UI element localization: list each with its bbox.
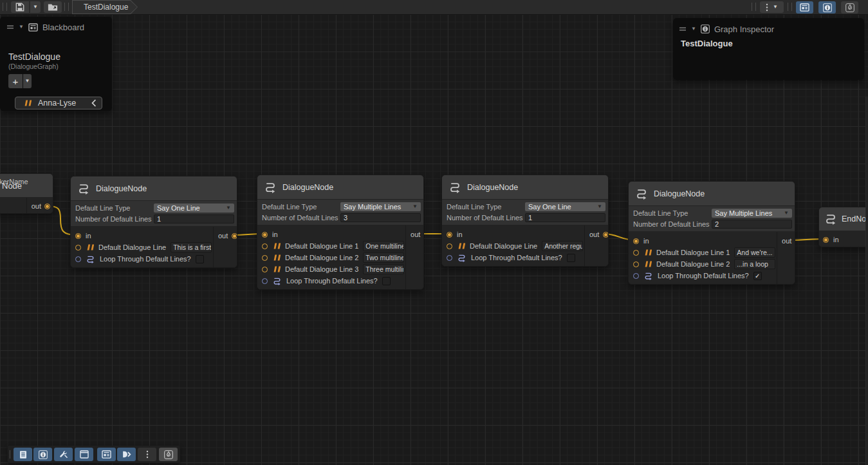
loop-port[interactable]	[447, 255, 452, 261]
prop-label: Number of Default Lines	[75, 215, 154, 223]
play-transition-icon	[122, 450, 131, 459]
blackboard-graph-name: TestDialogue	[8, 52, 60, 62]
tools-panel-button[interactable]	[54, 448, 73, 461]
blackboard-panel[interactable]: ▼ Blackboard TestDialogue (DialogueGraph…	[0, 17, 112, 111]
dialogue-node-2[interactable]: DialogueNode Default Line Type Say Multi…	[257, 175, 424, 290]
dialogue-node-icon	[448, 182, 461, 193]
line-port[interactable]	[262, 243, 268, 249]
foldout-arrow-icon[interactable]: ▼	[691, 26, 696, 32]
in-port[interactable]	[447, 232, 452, 238]
loop-checkbox[interactable]	[567, 254, 575, 262]
collapse-chevron-icon[interactable]	[91, 99, 97, 107]
out-port[interactable]	[44, 204, 50, 209]
field-value: 2	[715, 220, 719, 228]
foldout-arrow-icon[interactable]: ▼	[19, 24, 24, 30]
toolbar-grip[interactable]	[3, 3, 7, 11]
line-port[interactable]	[262, 267, 268, 272]
dialogue-node-1[interactable]: DialogueNode Default Line Type Say One L…	[70, 176, 237, 268]
info-icon	[701, 24, 710, 33]
loop-port[interactable]	[633, 273, 639, 279]
line-text-field[interactable]: This is a first	[171, 242, 212, 252]
toggle-blackboard-button[interactable]	[796, 1, 813, 14]
prop-label: Default Line Type	[75, 204, 154, 212]
line-type-dropdown[interactable]: Say One Line ▼	[154, 204, 234, 213]
quote-icon	[272, 266, 281, 272]
line-port[interactable]	[633, 250, 639, 256]
loop-icon	[457, 254, 466, 262]
toolbar-grip[interactable]	[752, 3, 756, 11]
toggle-inspector-button[interactable]	[818, 1, 836, 14]
node-header[interactable]: DialogueNode	[442, 175, 608, 200]
out-port[interactable]	[603, 232, 609, 238]
line-port-label: Default Dialogue Line	[98, 243, 166, 251]
open-asset-button[interactable]	[44, 1, 62, 13]
num-lines-field[interactable]: 3	[340, 213, 421, 222]
line-text-field[interactable]: Two multiline	[363, 252, 404, 263]
num-lines-field[interactable]: 1	[525, 213, 605, 222]
line-type-dropdown[interactable]: Say Multiple Lines ▼	[340, 202, 421, 211]
graph-inspector-panel[interactable]: ▼ Graph Inspector TestDialogue	[673, 18, 864, 80]
line-text-field[interactable]: Another regu	[542, 241, 583, 251]
speaker-node-partial[interactable]: Node kerName out	[0, 173, 53, 214]
toggle-preview-button[interactable]	[841, 1, 858, 14]
loop-port-label: Loop Through Default Lines?	[471, 254, 562, 261]
playback-panel-button[interactable]	[117, 448, 136, 461]
blackboard-panel-button[interactable]	[97, 448, 116, 461]
blackboard-icon	[800, 3, 809, 12]
more-options-button[interactable]	[138, 448, 156, 461]
window-panel-button[interactable]	[75, 448, 93, 461]
line-text-field[interactable]: And we're...	[734, 247, 775, 258]
in-port[interactable]	[262, 232, 268, 238]
num-lines-field[interactable]: 2	[712, 220, 792, 229]
in-port[interactable]	[633, 238, 639, 244]
prop-label: Number of Default Lines	[447, 214, 525, 222]
add-property-caret-button[interactable]: ▼	[23, 74, 32, 88]
loop-checkbox[interactable]	[196, 255, 204, 263]
line-port[interactable]	[447, 243, 452, 249]
toolbar-grip[interactable]	[64, 3, 69, 11]
loop-checkbox[interactable]	[382, 277, 391, 285]
loop-checkbox[interactable]: ✓	[753, 272, 762, 280]
dialogue-node-3[interactable]: DialogueNode Default Line Type Say One L…	[441, 175, 609, 267]
dialogue-node-4[interactable]: DialogueNode Default Line Type Say Multi…	[628, 181, 795, 285]
end-node[interactable]: EndNode in	[818, 207, 868, 247]
line-type-dropdown[interactable]: Say One Line ▼	[525, 202, 605, 211]
node-header[interactable]: DialogueNode	[629, 182, 795, 206]
line-port[interactable]	[75, 245, 81, 251]
options-menu-button[interactable]: ▼	[760, 1, 784, 13]
blackboard-property-anna-lyse[interactable]: Anna-Lyse	[15, 97, 102, 109]
graph-tab[interactable]: TestDialogue	[72, 0, 138, 14]
dropdown-value: Say One Line	[157, 204, 200, 212]
save-button[interactable]	[11, 1, 29, 13]
line-port[interactable]	[633, 261, 639, 267]
node-header[interactable]: DialogueNode	[257, 175, 423, 200]
line-text-field[interactable]: ...in a loop	[734, 259, 775, 269]
out-port[interactable]	[232, 233, 237, 239]
prop-label: Default Line Type	[633, 209, 712, 217]
info-panel-button[interactable]	[33, 448, 52, 461]
console-panel-button[interactable]	[14, 448, 32, 461]
dropdown-value: Say Multiple Lines	[344, 203, 401, 211]
graph-tab-label: TestDialogue	[84, 3, 128, 12]
line-text-field[interactable]: Three multilin	[363, 264, 404, 274]
line-port[interactable]	[262, 255, 268, 261]
loop-port[interactable]	[75, 256, 81, 262]
drag-handle-icon[interactable]	[6, 24, 14, 30]
loop-port-label: Loop Through Default Lines?	[658, 272, 749, 280]
save-options-button[interactable]: ▼	[30, 1, 41, 13]
add-property-button[interactable]: +	[8, 74, 23, 88]
in-port[interactable]	[75, 233, 81, 239]
toolbar-grip[interactable]	[788, 3, 792, 11]
line-type-dropdown[interactable]: Say Multiple Lines ▼	[712, 209, 792, 218]
node-header[interactable]: DialogueNode	[71, 176, 237, 201]
line-text-field[interactable]: One multiline	[363, 241, 404, 251]
num-lines-field[interactable]: 1	[154, 214, 234, 223]
loop-port[interactable]	[262, 278, 268, 284]
field-value: 1	[157, 215, 161, 223]
node-title: DialogueNode	[282, 183, 333, 192]
preview-toggle-button[interactable]	[159, 448, 178, 461]
caret-down-icon: ▼	[33, 5, 38, 10]
in-port[interactable]	[823, 237, 829, 243]
out-port-label: out	[782, 237, 791, 245]
drag-handle-icon[interactable]	[679, 26, 687, 32]
